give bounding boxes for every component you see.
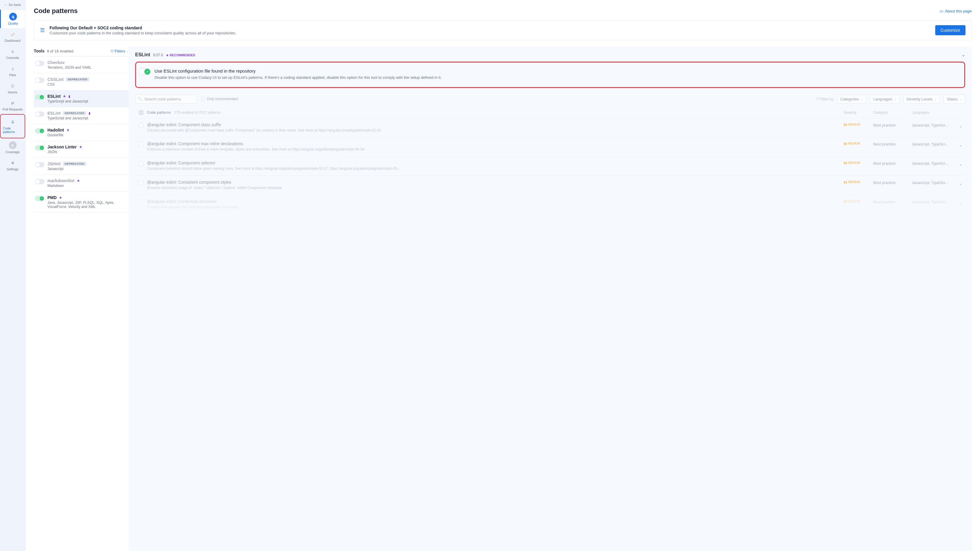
pattern-checkbox[interactable]	[139, 161, 143, 166]
nav-label: Dashboard	[5, 39, 21, 42]
pattern-category: Best practice	[873, 122, 912, 133]
expand-button[interactable]: ⌄	[956, 180, 965, 191]
config-file-toggle[interactable]: ✓	[138, 68, 150, 75]
star-icon: ★	[77, 179, 80, 183]
expand-button[interactable]: ⌄	[956, 199, 965, 210]
deprecated-badge: DEPRECATED	[63, 111, 86, 115]
pattern-checkbox[interactable]	[139, 142, 143, 147]
tool-toggle[interactable]	[35, 111, 45, 117]
pattern-checkbox[interactable]	[139, 200, 143, 205]
tool-row[interactable]: ESLint DEPRECATED ▮ TypeScript and Javas…	[34, 107, 129, 124]
nav-quality[interactable]: q Quality	[0, 10, 25, 28]
chevron-down-icon: ⌄	[959, 181, 963, 186]
pattern-table-header: − Code patterns 375 enabled of 2527 patt…	[135, 107, 965, 118]
tools-count: 9 of 16 enabled	[47, 49, 73, 53]
search-wrapper	[135, 95, 197, 104]
filter-by-label: ▽ Filter by	[816, 97, 834, 101]
tool-toggle[interactable]	[35, 145, 45, 151]
languages-dropdown[interactable]: Languages⌄	[870, 95, 900, 104]
only-rec-label: Only recommended	[207, 97, 238, 101]
th-count: 375 enabled of 2527 patterns	[174, 111, 221, 114]
expand-button[interactable]: ⌄	[956, 141, 965, 152]
pattern-checkbox[interactable]	[139, 123, 143, 128]
tool-toggle[interactable]	[35, 78, 45, 83]
tool-languages: CSS	[48, 83, 127, 86]
pattern-row[interactable]: @angular eslint: Component class suffix …	[135, 118, 965, 137]
tool-toggle[interactable]	[35, 196, 45, 201]
tool-row[interactable]: JSHint DEPRECATED Javascript	[34, 158, 129, 175]
deprecated-badge: DEPRECATED	[63, 162, 86, 166]
go-back-link[interactable]: ← Go back	[0, 0, 25, 10]
tool-row[interactable]: Jackson Linter ★ JSON	[34, 141, 129, 158]
pause-icon: ▮▮	[844, 142, 847, 145]
nav-dashboard[interactable]: 📈 Dashboard	[0, 28, 25, 45]
nav-files[interactable]: ▯ Files	[0, 62, 25, 80]
config-title: Use ESLint configuration file found in t…	[154, 68, 958, 73]
tool-toggle[interactable]	[35, 61, 45, 66]
nav-settings[interactable]: ⚙ Settings	[0, 157, 25, 174]
expand-button[interactable]: ⌄	[956, 160, 965, 171]
pattern-filter-row: Only recommended ▽ Filter by Categories⌄…	[135, 91, 965, 107]
tool-row[interactable]: Checkov Terraform, JSON and YAML	[34, 57, 129, 73]
pattern-table-body: @angular eslint: Component class suffix …	[135, 118, 965, 214]
pattern-title: @angular eslint: Component max inline de…	[147, 141, 844, 146]
tool-list: Checkov Terraform, JSON and YAML CSSLint…	[34, 56, 129, 213]
tools-filters-link[interactable]: ▽ Filters ⌄	[111, 49, 129, 53]
search-input[interactable]	[135, 95, 197, 104]
pattern-title: @angular eslint: Consistent component st…	[147, 180, 844, 184]
tool-name: markdownlint	[48, 178, 75, 183]
tool-toggle[interactable]	[35, 95, 45, 100]
categories-dropdown[interactable]: Categories⌄	[837, 95, 867, 104]
banner-title: Following Our Default + SOC2 coding stan…	[49, 25, 931, 30]
page-header: Code patterns ▭ About this page	[34, 7, 972, 15]
pattern-description: Ensures consistent usage of `styles`/`st…	[147, 186, 844, 191]
pause-icon: ▮▮	[844, 123, 847, 126]
nav-label: Quality	[8, 22, 18, 25]
chevron-down-icon[interactable]: ⌄	[962, 52, 965, 57]
star-icon: ★	[63, 94, 66, 98]
about-page-link[interactable]: ▭ About this page	[940, 9, 972, 13]
tool-toggle[interactable]	[35, 179, 45, 184]
select-all-checkbox[interactable]: −	[139, 110, 143, 115]
only-recommended-checkbox[interactable]: Only recommended	[201, 97, 238, 101]
pattern-row[interactable]: @angular eslint: Contextual decorator En…	[135, 195, 965, 214]
pattern-description: Ensures that classes use contextual deco…	[147, 205, 844, 210]
about-label: About this page	[945, 9, 972, 13]
nav-coverage[interactable]: c Coverage	[0, 138, 25, 157]
nav-label: Files	[9, 73, 16, 77]
nav-label: Pull Requests	[3, 108, 23, 111]
nav-issues[interactable]: ⓘ Issues	[0, 80, 25, 97]
nav-commits[interactable]: ⊙ Commits	[0, 45, 25, 62]
chevron-down-icon: ⌄	[959, 124, 963, 128]
pattern-checkbox[interactable]	[139, 180, 143, 185]
tool-row[interactable]: markdownlint ★ Markdown	[34, 175, 129, 192]
arrow-left-icon: ←	[5, 3, 8, 6]
go-back-label: Go back	[9, 3, 21, 6]
tool-row[interactable]: CSSLint DEPRECATED CSS	[34, 73, 129, 91]
pattern-row[interactable]: @angular eslint: Component max inline de…	[135, 137, 965, 156]
pattern-row[interactable]: @angular eslint: Component selector Comp…	[135, 156, 965, 175]
chevron-down-icon: ⌄	[959, 200, 963, 205]
tool-toggle[interactable]	[35, 128, 45, 133]
tool-languages: Javascript	[48, 167, 127, 171]
th-severity[interactable]: Severity	[844, 111, 873, 114]
tool-row[interactable]: PMD ★ Java, Javascript, JSP, PLSQL, SQL,…	[34, 192, 129, 213]
pattern-row[interactable]: @angular eslint: Consistent component st…	[135, 175, 965, 195]
severity-dropdown[interactable]: Severity Levels⌄	[903, 95, 940, 104]
tool-name: ESLint	[48, 111, 60, 116]
tool-row[interactable]: ESLint ★ ▮ TypeScript and Javascript	[34, 91, 129, 107]
main-content: Code patterns ▭ About this page ☰ Follow…	[25, 0, 980, 551]
tool-row[interactable]: Hadolint ★ Dockerfile	[34, 124, 129, 141]
customize-button[interactable]: Customize	[935, 25, 966, 35]
star-icon: ★	[166, 54, 169, 57]
pause-icon: ▮▮	[844, 200, 847, 203]
th-category[interactable]: Category	[873, 111, 912, 114]
nav-pull-requests[interactable]: ⇄ Pull Requests	[0, 97, 25, 114]
tool-toggle[interactable]	[35, 162, 45, 167]
tool-name: CSSLint	[48, 77, 64, 82]
tool-languages: TypeScript and Javascript	[48, 99, 127, 103]
expand-button[interactable]: ⌄	[956, 122, 965, 133]
th-languages[interactable]: Languages	[912, 111, 956, 114]
nav-code-patterns[interactable]: ☰ Code patterns	[2, 116, 24, 137]
status-dropdown[interactable]: Status⌄	[943, 95, 965, 104]
